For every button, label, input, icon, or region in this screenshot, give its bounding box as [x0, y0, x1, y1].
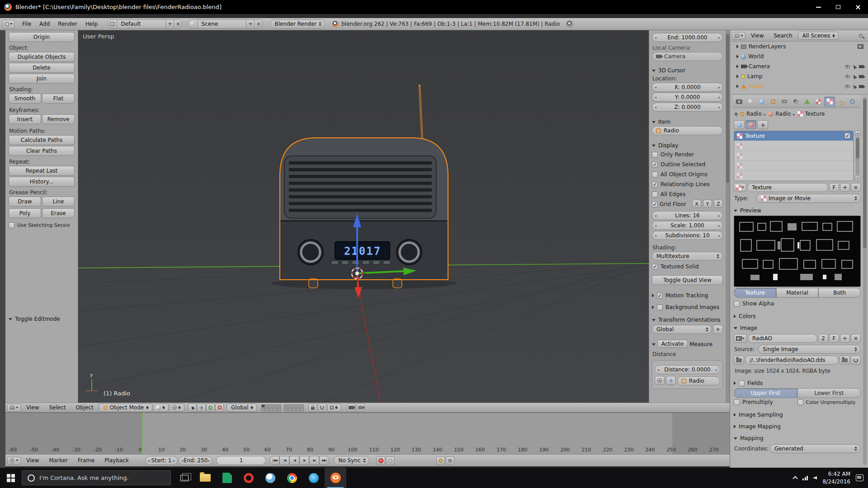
- keying-set-button[interactable]: [386, 456, 395, 465]
- texture-name-field[interactable]: Texture: [747, 183, 828, 192]
- cursor-z-field[interactable]: Z: 0.0000: [652, 103, 723, 112]
- smooth-button[interactable]: Smooth: [9, 94, 41, 103]
- material-texture-context-button[interactable]: [745, 120, 756, 129]
- image-browse-button[interactable]: [734, 334, 747, 343]
- scale-manipulator-button[interactable]: [215, 404, 224, 412]
- render-anim-button[interactable]: [356, 404, 365, 412]
- all-edges-checkbox[interactable]: [652, 192, 658, 197]
- image-source-dropdown[interactable]: Single Image: [758, 345, 861, 354]
- transform-orientation-dropdown[interactable]: Global: [226, 404, 257, 412]
- taskbar-blender[interactable]: [325, 468, 346, 488]
- measure-origin-button[interactable]: [655, 376, 665, 385]
- measure-swap-button[interactable]: [666, 376, 676, 385]
- constraints-tab[interactable]: [779, 97, 790, 107]
- item-name-field[interactable]: Radio: [652, 126, 723, 135]
- panel-transform-orientations[interactable]: Transform Orientations: [652, 316, 723, 324]
- sync-dropdown[interactable]: No Sync: [334, 456, 369, 465]
- outliner-row-camera[interactable]: Camera: [730, 61, 868, 71]
- lower-first-button[interactable]: Lower First: [797, 388, 861, 398]
- current-frame-field[interactable]: 1: [216, 456, 266, 465]
- brush-texture-context-button[interactable]: [757, 120, 768, 129]
- select-menu[interactable]: Select: [44, 404, 70, 412]
- taskbar-app-green[interactable]: [216, 468, 238, 488]
- panel-3d-cursor[interactable]: 3D Cursor: [652, 66, 723, 75]
- texture-slot-selected[interactable]: Texture: [734, 131, 853, 141]
- taskbar-edge[interactable]: [303, 468, 325, 488]
- menu-help[interactable]: Help: [81, 19, 102, 28]
- remove-keyframe-button[interactable]: Remove: [42, 114, 75, 124]
- premultiply-checkbox[interactable]: [734, 399, 740, 405]
- repeat-last-button[interactable]: Repeat Last: [9, 166, 75, 176]
- task-view-button[interactable]: [175, 468, 194, 488]
- coordinates-dropdown[interactable]: Generated: [770, 444, 861, 453]
- relationship-lines-checkbox[interactable]: [652, 182, 658, 188]
- grid-axis-y-toggle[interactable]: Y: [703, 200, 712, 208]
- pivot-point-dropdown[interactable]: [170, 404, 184, 412]
- fields-checkbox[interactable]: [739, 380, 745, 386]
- scene-tab[interactable]: [745, 97, 756, 107]
- join-button[interactable]: Join: [9, 74, 75, 84]
- local-camera-field[interactable]: Camera: [652, 52, 723, 61]
- image-filepath-field[interactable]: //..\FenderRadio\RadioAO.dds: [745, 356, 839, 365]
- editor-type-outliner-button[interactable]: [732, 32, 745, 40]
- texture-browse-button[interactable]: [734, 183, 746, 192]
- outliner-display-dropdown[interactable]: All Scenes: [798, 32, 839, 40]
- clear-paths-button[interactable]: Clear Paths: [9, 146, 75, 156]
- grid-axis-x-toggle[interactable]: X: [692, 200, 701, 208]
- properties-scrollbar[interactable]: [863, 97, 867, 465]
- editor-type-info-button[interactable]: [3, 20, 14, 28]
- shading-mode-dropdown[interactable]: Multitexture: [652, 252, 723, 261]
- modifiers-tab[interactable]: [790, 97, 801, 107]
- grease-erase-button[interactable]: Erase: [42, 208, 75, 218]
- texture-type-dropdown[interactable]: Image or Movie: [756, 194, 861, 203]
- editor-type-timeline-button[interactable]: [7, 457, 21, 465]
- world-tab[interactable]: [756, 97, 767, 107]
- new-image-button[interactable]: [840, 334, 850, 343]
- color-unpremultiply-checkbox[interactable]: [797, 399, 803, 405]
- delete-layout-button[interactable]: [174, 19, 182, 28]
- orientation-dropdown-npanel[interactable]: Global: [652, 325, 712, 334]
- outliner-row-radio[interactable]: Radio: [730, 81, 868, 91]
- background-images-checkbox[interactable]: [657, 305, 663, 310]
- insert-keyframe-button[interactable]: Insert: [9, 114, 41, 124]
- minimize-button[interactable]: [808, 0, 828, 14]
- breadcrumb-texture[interactable]: Texture: [805, 111, 825, 117]
- measure-object-field[interactable]: Radio: [677, 376, 720, 385]
- add-orientation-button[interactable]: [713, 325, 723, 334]
- grid-axis-z-toggle[interactable]: Z: [714, 200, 723, 208]
- start-button[interactable]: [0, 468, 22, 488]
- texture-slot-enabled-checkbox[interactable]: [844, 133, 850, 139]
- grid-scale-field[interactable]: Scale: 1.000: [652, 221, 723, 230]
- cursor-y-field[interactable]: Y: 0.0000: [652, 93, 723, 102]
- render-toggle-icon[interactable]: [859, 85, 863, 88]
- texture-slot-empty[interactable]: [734, 171, 853, 181]
- frame-end-field[interactable]: End: 250: [179, 456, 213, 465]
- object-tab[interactable]: [768, 97, 778, 107]
- viewport-3d[interactable]: 21017: [78, 30, 649, 403]
- cursor-x-field[interactable]: X: 0.0000: [652, 83, 723, 92]
- previous-keyframe-button[interactable]: [279, 456, 289, 465]
- action-center-icon[interactable]: [856, 474, 863, 481]
- add-layout-button[interactable]: [166, 19, 174, 28]
- texture-slot-list[interactable]: Texture: [734, 131, 854, 181]
- menu-add[interactable]: Add: [35, 19, 54, 28]
- scrollbar-thumb[interactable]: [726, 34, 729, 183]
- motion-tracking-checkbox[interactable]: [657, 293, 663, 299]
- translate-manipulator-button[interactable]: [197, 404, 206, 412]
- editor-type-3dview-button[interactable]: [7, 404, 21, 412]
- hide-toggle-icon[interactable]: [845, 85, 850, 88]
- view-menu[interactable]: View: [22, 404, 43, 412]
- render-tab[interactable]: [734, 97, 745, 107]
- add-scene-button[interactable]: [246, 19, 255, 28]
- panel-image[interactable]: Image: [734, 324, 861, 332]
- duplicate-objects-button[interactable]: Duplicate Objects: [9, 52, 75, 62]
- scroll-down-button[interactable]: [855, 176, 860, 181]
- screen-layout-name[interactable]: Default: [117, 19, 166, 28]
- layers-group-2[interactable]: [284, 404, 304, 411]
- taskbar-file-explorer[interactable]: [194, 468, 216, 488]
- panel-fields[interactable]: Fields: [734, 379, 861, 387]
- object-data-tab[interactable]: [802, 97, 812, 107]
- flat-button[interactable]: Flat: [42, 94, 75, 103]
- timeline-view-menu[interactable]: View: [22, 456, 43, 465]
- rotate-manipulator-button[interactable]: [206, 404, 215, 412]
